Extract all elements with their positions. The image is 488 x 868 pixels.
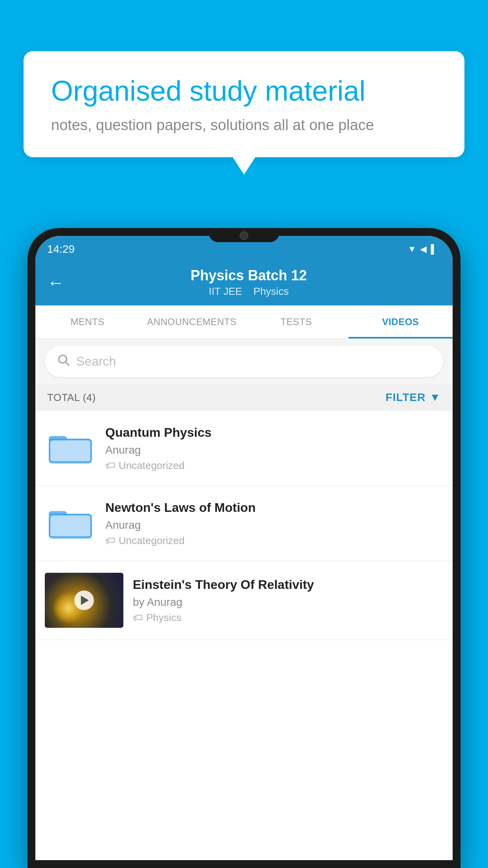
item-tag: 🏷 Uncategorized xyxy=(105,460,443,472)
play-button[interactable] xyxy=(74,590,94,610)
total-count-label: TOTAL (4) xyxy=(47,392,96,404)
video-list: Quantum Physics Anurag 🏷 Uncategorized xyxy=(35,411,453,640)
search-bar[interactable]: Search xyxy=(45,346,443,377)
header-title: Physics Batch 12 xyxy=(72,267,425,284)
svg-line-1 xyxy=(66,362,69,365)
search-placeholder: Search xyxy=(76,354,116,369)
list-item[interactable]: Einstein's Theory Of Relativity by Anura… xyxy=(35,561,453,640)
svg-rect-8 xyxy=(50,515,90,537)
tabs-bar: MENTS ANNOUNCEMENTS TESTS VIDEOS xyxy=(35,305,453,339)
filter-bar: TOTAL (4) FILTER ▼ xyxy=(35,384,453,411)
header-title-block: Physics Batch 12 IIT JEE Physics xyxy=(72,267,425,298)
speech-bubble-container: Organised study material notes, question… xyxy=(24,51,464,157)
status-icons: ▼ ◀ ▌ xyxy=(408,244,437,254)
phone-camera xyxy=(240,231,248,240)
battery-icon: ▌ xyxy=(431,244,437,254)
search-bar-wrapper: Search xyxy=(35,339,453,384)
speech-bubble-subtext: notes, question papers, solutions all at… xyxy=(51,117,437,134)
item-title: Einstein's Theory Of Relativity xyxy=(133,577,443,593)
item-title: Quantum Physics xyxy=(105,425,443,441)
item-info-einstein: Einstein's Theory Of Relativity by Anura… xyxy=(133,577,443,624)
item-info-quantum: Quantum Physics Anurag 🏷 Uncategorized xyxy=(105,425,443,472)
item-thumbnail-einstein xyxy=(45,573,123,628)
search-icon xyxy=(57,353,70,370)
tab-ments[interactable]: MENTS xyxy=(35,305,140,338)
filter-button[interactable]: FILTER ▼ xyxy=(385,391,441,404)
phone-notch xyxy=(209,228,279,242)
status-time: 14:29 xyxy=(47,243,75,256)
item-author: Anurag xyxy=(105,444,443,456)
header-subtitle: IIT JEE Physics xyxy=(72,285,425,298)
item-author: by Anurag xyxy=(133,596,443,609)
item-thumbnail-newton xyxy=(45,498,96,549)
svg-rect-4 xyxy=(50,440,90,462)
speech-bubble-heading: Organised study material xyxy=(51,75,437,107)
tab-announcements[interactable]: ANNOUNCEMENTS xyxy=(140,305,244,338)
phone-screen: 14:29 ▼ ◀ ▌ ← Physics Batch 12 IIT JEE P… xyxy=(35,236,453,860)
tab-videos[interactable]: VIDEOS xyxy=(349,305,453,338)
list-item[interactable]: Newton's Laws of Motion Anurag 🏷 Uncateg… xyxy=(35,486,453,561)
item-tag: 🏷 Uncategorized xyxy=(105,535,443,547)
speech-bubble: Organised study material notes, question… xyxy=(24,51,464,157)
tag-icon: 🏷 xyxy=(105,460,116,472)
item-thumbnail-quantum xyxy=(45,423,96,474)
svg-point-0 xyxy=(59,355,67,363)
header-subtitle-iitjee: IIT JEE xyxy=(209,285,242,297)
tab-tests[interactable]: TESTS xyxy=(244,305,349,338)
tag-icon: 🏷 xyxy=(105,535,116,547)
filter-icon: ▼ xyxy=(429,391,441,404)
item-info-newton: Newton's Laws of Motion Anurag 🏷 Uncateg… xyxy=(105,500,443,547)
item-author: Anurag xyxy=(105,519,443,531)
list-item[interactable]: Quantum Physics Anurag 🏷 Uncategorized xyxy=(35,411,453,486)
tag-icon: 🏷 xyxy=(133,612,143,624)
phone-frame: 14:29 ▼ ◀ ▌ ← Physics Batch 12 IIT JEE P… xyxy=(28,228,460,868)
item-title: Newton's Laws of Motion xyxy=(105,500,443,516)
signal-icon: ◀ xyxy=(420,244,427,254)
header-subtitle-physics: Physics xyxy=(253,285,289,297)
filter-label: FILTER xyxy=(385,391,426,404)
item-tag: 🏷 Physics xyxy=(133,612,443,624)
back-button[interactable]: ← xyxy=(47,273,64,292)
app-header: ← Physics Batch 12 IIT JEE Physics xyxy=(35,259,453,305)
play-triangle-icon xyxy=(81,596,89,605)
wifi-icon: ▼ xyxy=(408,244,416,254)
